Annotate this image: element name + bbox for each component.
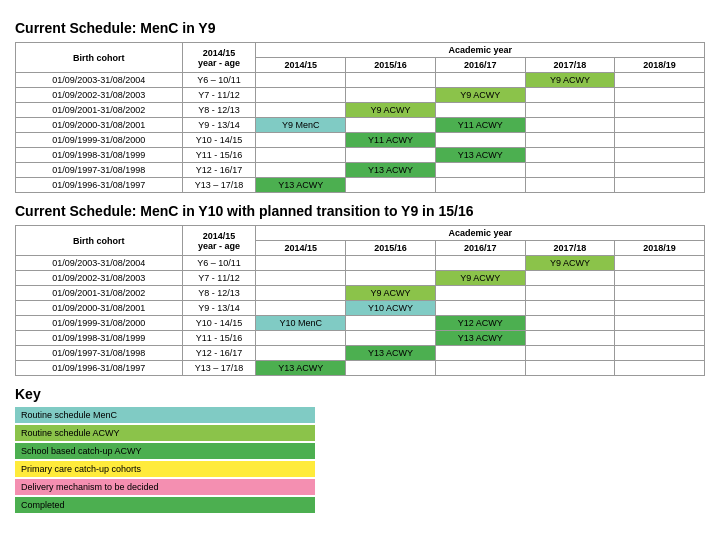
- data-cell: [615, 346, 705, 361]
- table-row: 01/09/2000-31/08/2001Y9 - 13/14Y9 MenCY1…: [16, 118, 705, 133]
- data-cell: [256, 163, 346, 178]
- cohort-cell: 01/09/2002-31/08/2003: [16, 271, 183, 286]
- key-item: Primary care catch-up cohorts: [15, 461, 315, 477]
- data-cell: Y10 MenC: [256, 316, 346, 331]
- table-row: 01/09/1999-31/08/2000Y10 - 14/15Y10 MenC…: [16, 316, 705, 331]
- data-cell: [256, 331, 346, 346]
- data-cell: [525, 118, 615, 133]
- data-cell: [256, 271, 346, 286]
- cohort-cell: 01/09/2002-31/08/2003: [16, 88, 183, 103]
- section2-table: Birth cohort 2014/15 year - age Academic…: [15, 225, 705, 376]
- table-row: 01/09/1998-31/08/1999Y11 - 15/16Y13 ACWY: [16, 148, 705, 163]
- cohort-cell: 01/09/2003-31/08/2004: [16, 256, 183, 271]
- col-2017: 2017/18: [525, 58, 615, 73]
- data-cell: [615, 73, 705, 88]
- cohort-cell: 01/09/2003-31/08/2004: [16, 73, 183, 88]
- data-cell: Y10 ACWY: [346, 301, 436, 316]
- data-cell: [346, 361, 436, 376]
- age-cell: Y6 – 10/11: [182, 256, 256, 271]
- data-cell: Y13 ACWY: [256, 361, 346, 376]
- table-row: 01/09/1996-31/08/1997Y13 – 17/18Y13 ACWY: [16, 361, 705, 376]
- data-cell: [435, 133, 525, 148]
- key-item: Delivery mechanism to be decided: [15, 479, 315, 495]
- age-cell: Y11 - 15/16: [182, 148, 256, 163]
- age-cell: Y10 - 14/15: [182, 316, 256, 331]
- data-cell: [525, 133, 615, 148]
- table-row: 01/09/2001-31/08/2002Y8 - 12/13Y9 ACWY: [16, 103, 705, 118]
- data-cell: [525, 346, 615, 361]
- data-cell: Y13 ACWY: [435, 331, 525, 346]
- data-cell: Y13 ACWY: [256, 178, 346, 193]
- age-cell: Y10 - 14/15: [182, 133, 256, 148]
- key-item: Routine schedule ACWY: [15, 425, 315, 441]
- data-cell: [615, 148, 705, 163]
- data-cell: [525, 301, 615, 316]
- data-cell: [256, 73, 346, 88]
- data-cell: [525, 271, 615, 286]
- data-cell: [615, 103, 705, 118]
- col-header-academic2: Academic year: [256, 226, 705, 241]
- section1-table: Birth cohort 2014/15 year - age Academic…: [15, 42, 705, 193]
- col-header-year2: 2014/15 year - age: [182, 226, 256, 256]
- data-cell: [346, 316, 436, 331]
- col-header-birth: Birth cohort: [16, 43, 183, 73]
- data-cell: [615, 256, 705, 271]
- data-cell: Y9 ACWY: [435, 271, 525, 286]
- data-cell: [615, 361, 705, 376]
- cohort-cell: 01/09/1997-31/08/1998: [16, 346, 183, 361]
- cohort-cell: 01/09/2000-31/08/2001: [16, 118, 183, 133]
- data-cell: [435, 256, 525, 271]
- data-cell: [346, 118, 436, 133]
- data-cell: [435, 346, 525, 361]
- data-cell: Y9 ACWY: [346, 286, 436, 301]
- key-item: Completed: [15, 497, 315, 513]
- table-row: 01/09/2001-31/08/2002Y8 - 12/13Y9 ACWY: [16, 286, 705, 301]
- table-row: 01/09/1997-31/08/1998Y12 - 16/17Y13 ACWY: [16, 346, 705, 361]
- data-cell: [615, 133, 705, 148]
- data-cell: [256, 88, 346, 103]
- col-2014: 2014/15: [256, 58, 346, 73]
- data-cell: Y9 ACWY: [435, 88, 525, 103]
- data-cell: Y12 ACWY: [435, 316, 525, 331]
- cohort-cell: 01/09/1999-31/08/2000: [16, 133, 183, 148]
- col-2015: 2015/16: [346, 58, 436, 73]
- data-cell: [346, 148, 436, 163]
- data-cell: [435, 301, 525, 316]
- data-cell: [525, 286, 615, 301]
- data-cell: [346, 256, 436, 271]
- data-cell: Y11 ACWY: [435, 118, 525, 133]
- cohort-cell: 01/09/1998-31/08/1999: [16, 148, 183, 163]
- data-cell: [525, 331, 615, 346]
- col2-2018: 2018/19: [615, 241, 705, 256]
- data-cell: [346, 271, 436, 286]
- data-cell: Y9 ACWY: [525, 73, 615, 88]
- table-row: 01/09/1997-31/08/1998Y12 - 16/17Y13 ACWY: [16, 163, 705, 178]
- data-cell: [346, 178, 436, 193]
- data-cell: [435, 286, 525, 301]
- col-header-academic: Academic year: [256, 43, 705, 58]
- data-cell: [346, 73, 436, 88]
- col-2018: 2018/19: [615, 58, 705, 73]
- table-row: 01/09/2002-31/08/2003Y7 - 11/12Y9 ACWY: [16, 271, 705, 286]
- cohort-cell: 01/09/1999-31/08/2000: [16, 316, 183, 331]
- age-cell: Y12 - 16/17: [182, 163, 256, 178]
- data-cell: [525, 163, 615, 178]
- age-cell: Y6 – 10/11: [182, 73, 256, 88]
- col-header-year: 2014/15 year - age: [182, 43, 256, 73]
- age-cell: Y9 - 13/14: [182, 118, 256, 133]
- data-cell: [435, 103, 525, 118]
- key-section: Key Routine schedule MenCRoutine schedul…: [15, 386, 705, 513]
- table-row: 01/09/2002-31/08/2003Y7 - 11/12Y9 ACWY: [16, 88, 705, 103]
- cohort-cell: 01/09/1996-31/08/1997: [16, 178, 183, 193]
- table-row: 01/09/1996-31/08/1997Y13 – 17/18Y13 ACWY: [16, 178, 705, 193]
- data-cell: Y13 ACWY: [346, 163, 436, 178]
- data-cell: [256, 133, 346, 148]
- data-cell: [346, 88, 436, 103]
- data-cell: [525, 316, 615, 331]
- col2-2017: 2017/18: [525, 241, 615, 256]
- data-cell: [525, 148, 615, 163]
- cohort-cell: 01/09/1997-31/08/1998: [16, 163, 183, 178]
- section2-title: Current Schedule: MenC in Y10 with plann…: [15, 203, 705, 219]
- data-cell: [615, 331, 705, 346]
- data-cell: [435, 178, 525, 193]
